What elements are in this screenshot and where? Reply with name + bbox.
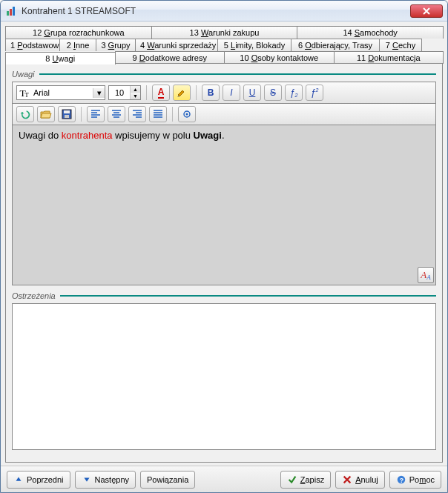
window-frame: Kontrahent 1 STREAMSOFT 12 Grupa rozrach… [0, 0, 448, 493]
window-title: Kontrahent 1 STREAMSOFT [22, 6, 410, 16]
chevron-down-icon: ▾ [93, 88, 105, 98]
tab-dokumentacja[interactable]: 11 Dokumentacja [334, 51, 444, 64]
font-color-button[interactable]: A [152, 85, 170, 101]
cancel-label: Anuluj [355, 475, 378, 484]
editor-toolbar-row1: TT Arial ▾ ▲▼ A B I U S ƒ [12, 82, 436, 104]
footer-bar: Poprzedni Następny Powiązania Zapisz Anu… [1, 466, 447, 492]
svg-text:T: T [24, 91, 29, 99]
tab-grupy[interactable]: 3 Grupy [96, 39, 136, 51]
tab-inne[interactable]: 2 Inne [59, 39, 96, 51]
save-footer-button[interactable]: Zapisz [280, 471, 331, 489]
save-label: Zapisz [300, 475, 324, 484]
font-style-corner-button[interactable]: AA [418, 267, 434, 283]
svg-rect-6 [64, 110, 70, 113]
next-button[interactable]: Następny [75, 471, 136, 489]
tab-odbieraj-cy-trasy[interactable]: 6 Odbierający, Trasy [291, 39, 380, 51]
cancel-button[interactable]: Anuluj [335, 471, 385, 489]
subscript-button[interactable]: ƒ2 [285, 85, 303, 101]
editor-text-red: kontrahenta [62, 130, 113, 141]
font-size-stepper[interactable]: ▲▼ [108, 85, 141, 100]
svg-rect-7 [65, 115, 69, 118]
ostrzezenia-editor[interactable] [12, 303, 436, 450]
superscript-button[interactable]: ƒ2 [306, 85, 323, 101]
prev-label: Poprzedni [27, 475, 64, 484]
tab-warunki-sprzeda-y[interactable]: 4 Warunki sprzedaży [135, 39, 218, 51]
next-label: Następny [95, 475, 129, 484]
ostrzezenia-legend: Ostrzeżenia [12, 291, 56, 300]
editor-text-bold: Uwagi [194, 130, 222, 141]
align-center-button[interactable] [108, 106, 125, 122]
font-name-value: Arial [30, 88, 93, 97]
italic-button[interactable]: I [223, 85, 240, 101]
align-justify-button[interactable] [149, 106, 167, 122]
tab-uwagi[interactable]: 8 Uwagi [5, 52, 116, 64]
font-size-value[interactable] [109, 86, 130, 99]
underline-button[interactable]: U [243, 85, 261, 101]
help-label: Pomoc [409, 475, 435, 484]
stepper-down-icon[interactable]: ▼ [130, 93, 140, 99]
bullet-list-button[interactable] [178, 106, 196, 122]
tab-dodatkowe-adresy[interactable]: 9 Dodatkowe adresy [115, 51, 225, 64]
close-button[interactable] [410, 4, 443, 18]
svg-point-9 [186, 113, 188, 116]
tab-samochody[interactable]: 14 Samochody [297, 26, 444, 39]
editor-text: Uwagi do [19, 130, 62, 141]
ostrzezenia-section: Ostrzeżenia [12, 291, 436, 450]
legend-rule [39, 73, 436, 75]
svg-rect-2 [13, 7, 15, 16]
editor-text: . [222, 130, 225, 141]
stepper-up-icon[interactable]: ▲ [130, 86, 140, 93]
content-area: 12 Grupa rozrachunkowa13 Warunki zakupu1… [1, 21, 447, 466]
svg-text:?: ? [400, 476, 403, 483]
tab-warunki-zakupu[interactable]: 13 Warunki zakupu [151, 26, 298, 39]
tab-grupa-rozrachunkowa[interactable]: 12 Grupa rozrachunkowa [5, 26, 152, 39]
open-button[interactable] [37, 106, 55, 122]
strike-button[interactable]: S [264, 85, 282, 101]
tab-panel: Uwagi TT Arial ▾ ▲▼ A [5, 63, 443, 463]
help-button[interactable]: ? Pomoc [389, 471, 441, 489]
app-icon [5, 5, 17, 17]
titlebar: Kontrahent 1 STREAMSOFT [1, 1, 447, 21]
font-family-select[interactable]: TT Arial ▾ [16, 85, 105, 100]
bold-button[interactable]: B [202, 85, 220, 101]
tab-cechy[interactable]: 7 Cechy [379, 39, 422, 51]
links-button[interactable]: Powiązania [140, 471, 195, 489]
tab-osoby-kontaktowe[interactable]: 10 Osoby kontaktowe [224, 51, 335, 64]
editor-toolbar-row2 [12, 104, 436, 125]
uwagi-legend: Uwagi [12, 70, 35, 79]
font-t-icon: TT [17, 86, 30, 99]
highlight-button[interactable] [173, 85, 191, 101]
svg-rect-0 [7, 11, 9, 16]
uwagi-section: Uwagi TT Arial ▾ ▲▼ A [12, 70, 436, 285]
tab-limity-blokady[interactable]: 5 Limity, Blokady [217, 39, 291, 51]
tab-podstawowe[interactable]: 1 Podstawowe [5, 39, 60, 51]
save-button[interactable] [58, 106, 76, 122]
tab-strip: 12 Grupa rozrachunkowa13 Warunki zakupu1… [5, 26, 443, 64]
align-left-button[interactable] [87, 106, 105, 122]
uwagi-editor[interactable]: Uwagi do kontrahenta wpisujemy w polu Uw… [12, 125, 436, 285]
undo-button[interactable] [16, 106, 34, 122]
align-right-button[interactable] [128, 106, 146, 122]
prev-button[interactable]: Poprzedni [7, 471, 70, 489]
editor-text: wpisujemy w polu [112, 130, 193, 141]
links-label: Powiązania [147, 475, 188, 484]
legend-rule [60, 295, 436, 297]
svg-rect-1 [10, 9, 12, 16]
